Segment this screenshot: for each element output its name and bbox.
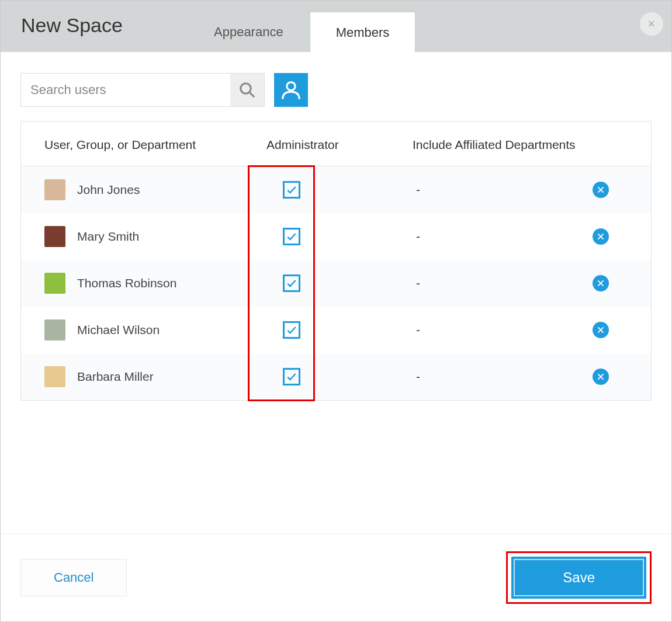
remove-button[interactable] — [593, 182, 609, 198]
tab-bar: Appearance Members — [188, 11, 415, 52]
avatar — [44, 366, 65, 387]
user-picker-button[interactable] — [274, 73, 308, 107]
dept-value: - — [413, 323, 420, 336]
remove-cell — [593, 228, 628, 245]
person-icon — [280, 79, 302, 101]
remove-button[interactable] — [593, 275, 609, 291]
remove-button[interactable] — [593, 369, 609, 385]
search-row — [20, 73, 652, 107]
dialog-title: New Space — [1, 14, 188, 52]
remove-cell — [593, 369, 628, 385]
search-button[interactable] — [230, 74, 264, 106]
admin-checkbox[interactable] — [283, 228, 300, 245]
table-header: User, Group, or Department Administrator… — [21, 121, 651, 166]
dept-cell: - — [413, 276, 593, 290]
remove-button[interactable] — [593, 228, 609, 245]
remove-cell — [593, 322, 628, 338]
user-cell: Mary Smith — [44, 226, 266, 247]
user-name: Barbara Miller — [77, 370, 154, 384]
admin-cell — [266, 321, 413, 339]
avatar — [44, 319, 65, 340]
user-name: John Jones — [77, 183, 140, 197]
check-icon — [286, 231, 297, 242]
avatar — [44, 273, 65, 294]
close-icon: × — [648, 16, 656, 32]
svg-point-2 — [287, 82, 295, 91]
dept-cell: - — [413, 323, 593, 337]
column-header-dept: Include Affiliated Departments — [413, 138, 593, 152]
admin-cell — [266, 228, 413, 245]
avatar — [44, 179, 65, 200]
remove-cell — [593, 182, 628, 198]
check-icon — [286, 324, 297, 336]
admin-cell — [266, 368, 413, 385]
user-cell: John Jones — [44, 179, 266, 200]
admin-checkbox[interactable] — [283, 274, 300, 292]
dialog-content: User, Group, or Department Administrator… — [1, 52, 671, 533]
remove-icon — [597, 232, 605, 241]
cancel-button[interactable]: Cancel — [20, 559, 127, 596]
remove-icon — [597, 279, 605, 287]
user-name: Mary Smith — [77, 230, 139, 244]
table-row: Barbara Miller - — [21, 353, 651, 400]
table-row: Mary Smith - — [21, 213, 651, 260]
tab-members[interactable]: Members — [310, 12, 416, 53]
members-table: User, Group, or Department Administrator… — [20, 121, 652, 401]
dialog-header: New Space Appearance Members × — [1, 1, 671, 52]
check-icon — [286, 371, 297, 383]
dept-value: - — [413, 230, 420, 243]
search-icon — [238, 81, 256, 99]
table-body: John Jones - Mary Smith — [21, 166, 651, 400]
user-name: Michael Wilson — [77, 323, 160, 337]
user-name: Thomas Robinson — [77, 276, 176, 290]
column-header-remove — [593, 138, 628, 152]
user-cell: Barbara Miller — [44, 366, 266, 387]
dept-value: - — [413, 370, 420, 383]
remove-icon — [597, 186, 605, 194]
remove-cell — [593, 275, 628, 291]
search-wrap — [20, 73, 265, 107]
user-cell: Michael Wilson — [44, 319, 266, 340]
dept-value: - — [413, 183, 420, 196]
check-icon — [286, 184, 297, 196]
avatar — [44, 226, 65, 247]
table-row: Thomas Robinson - — [21, 260, 651, 307]
admin-checkbox[interactable] — [283, 181, 300, 199]
highlight-save-button: Save — [506, 551, 652, 604]
column-header-user: User, Group, or Department — [44, 138, 266, 152]
tab-appearance[interactable]: Appearance — [188, 11, 310, 52]
dept-cell: - — [413, 230, 593, 244]
check-icon — [286, 277, 297, 289]
search-input[interactable] — [21, 74, 230, 106]
admin-checkbox[interactable] — [283, 368, 300, 385]
remove-button[interactable] — [593, 322, 609, 338]
save-button[interactable]: Save — [511, 557, 646, 599]
table-row: John Jones - — [21, 166, 651, 213]
table-row: Michael Wilson - — [21, 307, 651, 353]
dept-cell: - — [413, 183, 593, 197]
svg-line-1 — [250, 92, 254, 97]
admin-checkbox[interactable] — [283, 321, 300, 339]
user-cell: Thomas Robinson — [44, 273, 266, 294]
admin-cell — [266, 274, 413, 292]
column-header-admin: Administrator — [266, 138, 413, 152]
remove-icon — [597, 326, 605, 334]
close-button[interactable]: × — [640, 12, 663, 36]
dept-value: - — [413, 276, 420, 290]
admin-cell — [266, 181, 413, 199]
dept-cell: - — [413, 370, 593, 384]
remove-icon — [597, 373, 605, 381]
dialog-footer: Cancel Save — [1, 533, 671, 621]
